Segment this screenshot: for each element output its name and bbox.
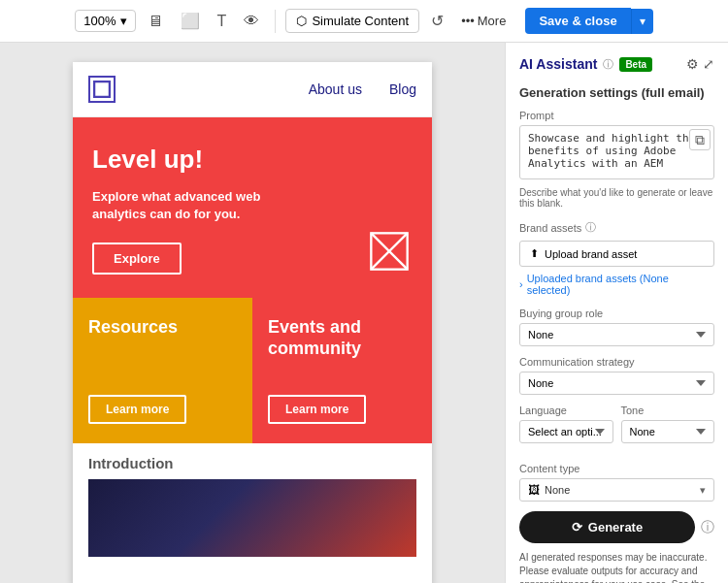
more-dots-icon: ••• (461, 14, 475, 28)
more-button[interactable]: ••• More (455, 10, 512, 32)
events-learn-more-button[interactable]: Learn more (268, 395, 366, 424)
simulate-label: Simulate Content (312, 14, 409, 28)
buying-group-field: Buying group role None (519, 308, 714, 346)
comm-strategy-select[interactable]: None (519, 372, 714, 395)
two-col-section: Resources Learn more Events and communit… (73, 298, 432, 443)
logo (88, 76, 116, 103)
zoom-chevron-icon: ▾ (120, 14, 127, 28)
more-label: More (478, 14, 507, 28)
brand-assets-label: Brand assets (519, 222, 581, 234)
copy-icon[interactable]: ⧉ (689, 129, 711, 150)
events-column: Events and community Learn more (252, 298, 432, 443)
prompt-textarea[interactable] (519, 125, 714, 179)
resources-learn-more-button[interactable]: Learn more (88, 395, 186, 424)
resources-column: Resources Learn more (73, 298, 252, 443)
buying-group-select[interactable]: None (519, 323, 714, 346)
settings-icon[interactable]: ⚙ (686, 56, 699, 72)
svg-rect-0 (93, 81, 111, 98)
page-nav-links: About us Blog (309, 81, 416, 97)
generate-button[interactable]: ⟳ Generate (519, 511, 695, 543)
tone-label: Tone (621, 405, 715, 416)
hero-graphic (362, 224, 416, 278)
svg-rect-1 (94, 81, 110, 97)
panel-title: AI Assistant (519, 56, 597, 72)
content-type-row: 🖼 None ▾ (519, 478, 714, 502)
save-close-button[interactable]: Save & close (525, 8, 630, 34)
panel-top-icons: ⚙ ⤢ (686, 56, 714, 72)
beta-badge: Beta (619, 57, 652, 72)
disclaimer-text: AI generated responses may be inaccurate… (519, 551, 714, 583)
nav-about-link[interactable]: About us (309, 81, 362, 97)
generate-row: ⟳ Generate ⓘ (519, 511, 714, 543)
text-view-button[interactable]: T (212, 9, 233, 34)
content-type-label: Content type (519, 463, 714, 474)
logo-icon (93, 81, 111, 98)
events-title: Events and community (268, 317, 416, 359)
prompt-hint: Describe what you'd like to generate or … (519, 187, 714, 209)
buying-group-label: Buying group role (519, 308, 714, 319)
prompt-label: Prompt (519, 110, 714, 121)
hero-subtext: Explore what advanced web analytics can … (92, 188, 267, 223)
nav-blog-link[interactable]: Blog (389, 81, 416, 97)
language-field: Language Select an opti... (519, 405, 613, 443)
comm-strategy-field: Communication strategy None (519, 356, 714, 395)
main-area: About us Blog Level up! Explore what adv… (0, 43, 728, 583)
content-type-value: None (545, 484, 700, 496)
explore-button[interactable]: Explore (92, 243, 182, 275)
intro-title: Introduction (88, 455, 416, 471)
brand-assets-label-row: Brand assets ⓘ (519, 220, 714, 235)
zoom-value: 100% (83, 14, 116, 28)
content-type-field: Content type 🖼 None ▾ (519, 463, 714, 502)
section-title: Generation settings (full email) (519, 85, 714, 100)
disclaimer-main: AI generated responses may be inaccurate… (519, 552, 707, 583)
page-nav: About us Blog (73, 62, 432, 117)
canvas-page: About us Blog Level up! Explore what adv… (73, 62, 432, 583)
expand-icon[interactable]: ⤢ (703, 56, 714, 72)
upload-brand-label: Upload brand asset (545, 248, 637, 260)
tablet-view-button[interactable]: ⬜ (175, 8, 206, 34)
info-icon[interactable]: ⓘ (603, 57, 613, 72)
canvas-area: About us Blog Level up! Explore what adv… (0, 43, 505, 583)
panel-header: AI Assistant ⓘ Beta ⚙ ⤢ (519, 56, 714, 72)
save-close-group: Save & close ▾ (525, 8, 652, 34)
language-select[interactable]: Select an opti... (519, 420, 613, 443)
uploaded-assets-toggle[interactable]: › Uploaded brand assets (None selected) (519, 273, 714, 296)
brand-info-icon[interactable]: ⓘ (585, 220, 596, 235)
intro-section: Introduction (73, 443, 432, 557)
generate-label: Generate (588, 520, 643, 534)
zoom-selector[interactable]: 100% ▾ (75, 10, 135, 32)
undo-button[interactable]: ↺ (425, 8, 449, 34)
tone-field: Tone None (621, 405, 715, 443)
uploaded-assets-label: Uploaded brand assets (None selected) (527, 273, 714, 296)
hero-diamond-icon (362, 224, 416, 278)
simulate-content-button[interactable]: ⬡ Simulate Content (285, 9, 419, 33)
generate-icon: ⟳ (572, 520, 582, 534)
intro-image (88, 479, 416, 557)
upload-icon: ⬆ (530, 247, 539, 260)
generate-info-icon[interactable]: ⓘ (701, 519, 714, 536)
prompt-row: ⧉ (519, 125, 714, 183)
language-label: Language (519, 405, 613, 416)
content-type-icon: 🖼 (528, 483, 540, 497)
upload-brand-button[interactable]: ⬆ Upload brand asset (519, 241, 714, 267)
save-close-dropdown-button[interactable]: ▾ (631, 9, 653, 34)
desktop-view-button[interactable]: 🖥 (142, 9, 169, 34)
tone-select[interactable]: None (621, 420, 715, 443)
preview-button[interactable]: 👁 (238, 9, 265, 34)
resources-title: Resources (88, 317, 237, 339)
chevron-right-icon: › (519, 278, 523, 290)
comm-strategy-label: Communication strategy (519, 356, 714, 368)
ai-assistant-panel: AI Assistant ⓘ Beta ⚙ ⤢ Generation setti… (505, 43, 728, 583)
toolbar-center: 100% ▾ 🖥 ⬜ T 👁 ⬡ Simulate Content ↺ ••• … (75, 8, 652, 34)
toolbar: 100% ▾ 🖥 ⬜ T 👁 ⬡ Simulate Content ↺ ••• … (0, 0, 728, 43)
hero-section: Level up! Explore what advanced web anal… (73, 117, 432, 298)
hero-heading: Level up! (92, 145, 413, 175)
content-type-chevron-icon: ▾ (700, 484, 706, 497)
simulate-icon: ⬡ (296, 14, 307, 28)
language-tone-row: Language Select an opti... Tone None (519, 405, 714, 453)
